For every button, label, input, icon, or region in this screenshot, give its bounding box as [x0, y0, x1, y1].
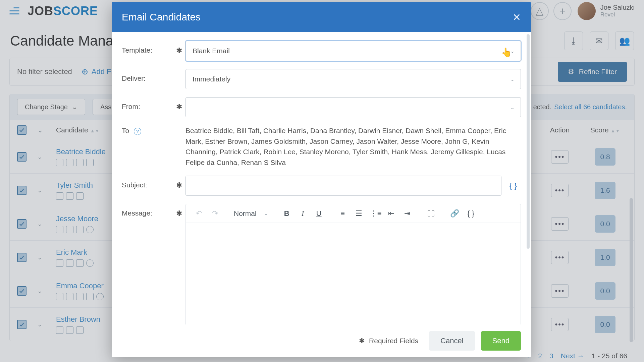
label-subject: Subject:	[122, 181, 147, 189]
paragraph-style-value: Normal	[234, 209, 257, 218]
link-icon[interactable]: 🔗	[450, 209, 460, 218]
editor-toolbar: ↶ ↷ Normal ⌄ B I	[186, 204, 521, 223]
field-message: Message:✱ ↶ ↷ Normal ⌄	[122, 204, 521, 324]
paragraph-style-select[interactable]: Normal ⌄	[234, 209, 268, 218]
required-icon: ✱	[176, 46, 182, 55]
field-to: To ? Beatrice Biddle, Bill Taft, Charlie…	[122, 125, 521, 168]
required-icon: ✱	[176, 181, 182, 190]
message-textarea[interactable]	[186, 223, 521, 324]
template-value: Blank Email	[193, 47, 230, 55]
label-message: Message:	[122, 209, 152, 217]
fullscreen-icon[interactable]: ⛶	[426, 209, 436, 218]
chevron-down-icon: ⌄	[510, 104, 515, 111]
redo-icon[interactable]: ↷	[210, 209, 220, 218]
send-button[interactable]: Send	[481, 331, 521, 351]
label-template: Template:	[122, 46, 152, 54]
required-note: ✱ Required Fields	[359, 337, 418, 345]
label-deliver: Deliver:	[122, 74, 146, 82]
message-editor: ↶ ↷ Normal ⌄ B I	[185, 204, 521, 324]
underline-icon[interactable]: U	[314, 209, 324, 218]
align-left-icon[interactable]: ≡	[338, 209, 348, 218]
modal-body: Template:✱ Blank Email ⌄ 👆 Deliver: Imme…	[112, 32, 531, 324]
field-from: From:✱ ⌄	[122, 97, 521, 117]
field-subject: Subject:✱ { }	[122, 176, 521, 196]
italic-icon[interactable]: I	[298, 209, 308, 218]
unordered-list-icon[interactable]: ⋮≡	[370, 209, 380, 218]
template-select[interactable]: Blank Email ⌄ 👆	[185, 41, 521, 61]
subject-input[interactable]	[185, 176, 501, 196]
field-deliver: Deliver: Immediately ⌄	[122, 69, 521, 89]
modal-footer: ✱ Required Fields Cancel Send	[112, 324, 531, 357]
outdent-icon[interactable]: ⇤	[386, 209, 396, 218]
indent-icon[interactable]: ⇥	[402, 209, 412, 218]
label-to: To	[122, 127, 129, 134]
required-icon: ✱	[176, 103, 182, 111]
email-candidates-modal: Email Candidates ✕ Template:✱ Blank Emai…	[112, 2, 531, 357]
label-from: From:	[122, 103, 140, 110]
from-select[interactable]: ⌄	[185, 97, 521, 117]
modal-header: Email Candidates ✕	[112, 2, 531, 32]
cursor-icon: 👆	[501, 47, 512, 58]
deliver-select[interactable]: Immediately ⌄	[185, 69, 521, 89]
cancel-button[interactable]: Cancel	[429, 331, 475, 351]
required-icon: ✱	[176, 209, 182, 218]
bold-icon[interactable]: B	[282, 209, 292, 218]
ordered-list-icon[interactable]: ☰	[354, 209, 364, 218]
field-template: Template:✱ Blank Email ⌄ 👆	[122, 41, 521, 61]
insert-variable-icon[interactable]: { }	[505, 178, 521, 193]
insert-variable-icon[interactable]: { }	[466, 209, 476, 218]
undo-icon[interactable]: ↶	[194, 209, 204, 218]
modal-title: Email Candidates	[122, 11, 201, 23]
chevron-down-icon: ⌄	[264, 211, 268, 216]
chevron-down-icon: ⌄	[510, 76, 515, 82]
deliver-value: Immediately	[193, 75, 230, 83]
to-recipients: Beatrice Biddle, Bill Taft, Charlie Harr…	[185, 125, 521, 168]
close-icon[interactable]: ✕	[513, 11, 521, 23]
help-icon[interactable]: ?	[134, 128, 141, 135]
scrollbar[interactable]	[527, 34, 530, 249]
